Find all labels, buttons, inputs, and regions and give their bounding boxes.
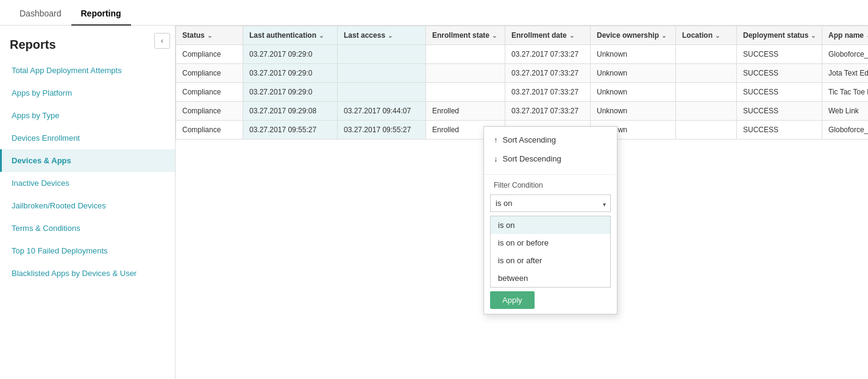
- top-navigation: Dashboard Reporting: [0, 0, 868, 26]
- col-header-last-access[interactable]: Last access ⌄: [338, 26, 426, 45]
- tab-reporting[interactable]: Reporting: [71, 2, 131, 26]
- filter-options-list: is on is on or before is on or after bet…: [490, 216, 611, 288]
- sort-descending-icon: ↓: [494, 154, 498, 163]
- sidebar-item-devices-apps[interactable]: Devices & Apps: [0, 149, 175, 172]
- filter-condition-label: Filter Condition: [484, 177, 617, 192]
- tab-dashboard[interactable]: Dashboard: [10, 2, 71, 26]
- apply-button-container: Apply: [484, 288, 617, 314]
- apply-filter-button[interactable]: Apply: [490, 291, 535, 309]
- sidebar-title: Reports: [0, 26, 175, 59]
- sort-options-section: ↑ Sort Ascending ↓ Sort Descending: [484, 127, 617, 172]
- col-header-location[interactable]: Location ⌄: [676, 26, 737, 45]
- sort-icon-device-ownership: ⌄: [661, 32, 666, 39]
- dropdown-divider: [484, 174, 617, 175]
- option-between[interactable]: between: [491, 269, 610, 287]
- filter-condition-select[interactable]: is on: [490, 194, 611, 212]
- col-header-last-auth[interactable]: Last authentication ⌄: [243, 26, 338, 45]
- table-row: Compliance03.27.2017 09:29:0803.27.2017 …: [176, 102, 869, 121]
- col-header-app-name[interactable]: App name ⌄: [822, 26, 869, 45]
- table-row: Compliance03.27.2017 09:29:003.27.2017 0…: [176, 64, 869, 83]
- option-is-on-or-before[interactable]: is on or before: [491, 234, 610, 252]
- sort-icon-deployment-status: ⌄: [811, 32, 816, 39]
- sidebar-item-apps-by-platform[interactable]: Apps by Platform: [0, 82, 175, 104]
- sort-icon-enrollment-state: ⌄: [492, 32, 497, 39]
- col-header-deployment-status[interactable]: Deployment status ⌄: [737, 26, 822, 45]
- column-filter-dropdown: ↑ Sort Ascending ↓ Sort Descending Filte…: [483, 126, 617, 314]
- sort-ascending-icon: ↑: [494, 135, 498, 144]
- col-header-enrollment-state[interactable]: Enrollment state ⌄: [426, 26, 505, 45]
- sort-icon-status: ⌄: [207, 32, 212, 39]
- sort-ascending-item[interactable]: ↑ Sort Ascending: [484, 130, 617, 149]
- table-row: Compliance03.27.2017 09:29:003.27.2017 0…: [176, 45, 869, 64]
- sort-icon-location: ⌄: [715, 32, 720, 39]
- sidebar-item-blacklisted[interactable]: Blacklisted Apps by Devices & User: [0, 262, 175, 285]
- sort-descending-item[interactable]: ↓ Sort Descending: [484, 149, 617, 168]
- table-row: Compliance03.27.2017 09:29:003.27.2017 0…: [176, 83, 869, 102]
- sort-icon-enrollment-date: ⌄: [569, 32, 574, 39]
- filter-select-container: is on ▾: [484, 192, 617, 216]
- main-layout: Reports ‹ Total App Deployment Attempts …: [0, 26, 868, 379]
- collapse-sidebar-button[interactable]: ‹: [154, 33, 170, 49]
- sidebar: Reports ‹ Total App Deployment Attempts …: [0, 26, 176, 379]
- sidebar-item-inactive-devices[interactable]: Inactive Devices: [0, 172, 175, 194]
- sidebar-item-devices-enrollment[interactable]: Devices Enrollment: [0, 127, 175, 149]
- sidebar-item-apps-by-type[interactable]: Apps by Type: [0, 104, 175, 127]
- sidebar-item-terms[interactable]: Terms & Conditions: [0, 217, 175, 239]
- col-header-enrollment-date[interactable]: Enrollment date ⌄: [505, 26, 591, 45]
- sidebar-item-total-app[interactable]: Total App Deployment Attempts: [0, 59, 175, 82]
- option-is-on[interactable]: is on: [491, 216, 610, 234]
- col-header-status[interactable]: Status ⌄: [176, 26, 243, 45]
- content-area: Status ⌄ Last authentication ⌄ Last acce…: [176, 26, 868, 379]
- option-is-on-or-after[interactable]: is on or after: [491, 252, 610, 269]
- sort-icon-last-access: ⌄: [388, 32, 393, 39]
- sort-icon-last-auth: ⌄: [319, 32, 324, 39]
- sidebar-item-jailbroken[interactable]: Jailbroken/Rooted Devices: [0, 194, 175, 217]
- data-table: Status ⌄ Last authentication ⌄ Last acce…: [176, 26, 868, 140]
- sidebar-item-top10[interactable]: Top 10 Failed Deployments: [0, 239, 175, 262]
- col-header-device-ownership[interactable]: Device ownership ⌄: [591, 26, 676, 45]
